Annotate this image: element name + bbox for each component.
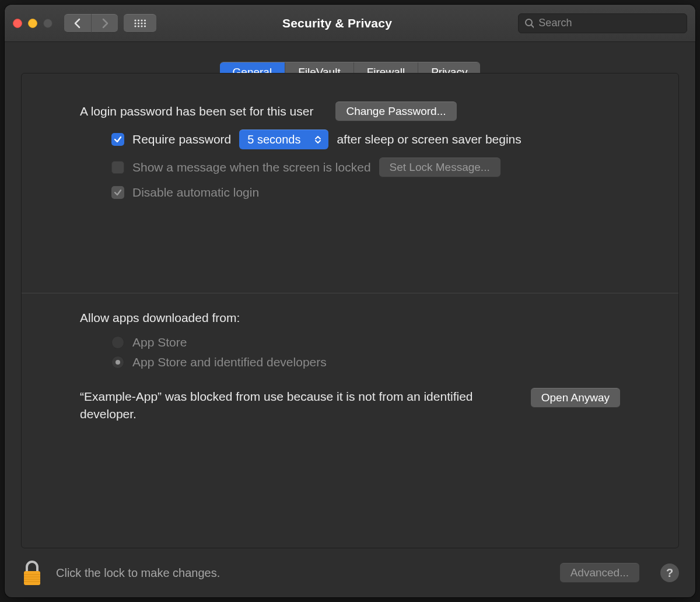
radio-app-store-label: App Store	[132, 335, 187, 349]
general-panel: A login password has been set for this u…	[21, 73, 679, 548]
svg-point-2	[141, 19, 142, 21]
set-lock-message-button: Set Lock Message...	[379, 158, 501, 177]
disable-auto-login-label: Disable automatic login	[132, 186, 259, 200]
search-input[interactable]	[538, 17, 681, 29]
updown-caret-icon	[312, 136, 324, 144]
svg-line-13	[531, 25, 534, 28]
svg-rect-14	[24, 571, 40, 585]
chevron-left-icon	[74, 18, 82, 29]
close-button[interactable]	[13, 19, 22, 28]
svg-point-9	[138, 25, 139, 27]
search-field[interactable]	[518, 13, 687, 33]
minimize-button[interactable]	[28, 19, 37, 28]
change-password-button[interactable]: Change Password...	[335, 102, 456, 121]
show-lock-message-checkbox	[111, 161, 124, 174]
check-icon	[114, 188, 122, 197]
grid-icon	[134, 19, 146, 28]
search-icon	[524, 18, 534, 29]
login-password-status: A login password has been set for this u…	[80, 104, 313, 118]
require-password-delay-value: 5 seconds	[247, 133, 300, 146]
chevron-right-icon	[101, 18, 109, 29]
blocked-app-message: “Example-App” was blocked from use becau…	[80, 388, 508, 424]
allow-apps-title: Allow apps downloaded from:	[80, 311, 620, 325]
toolbar: Security & Privacy	[5, 5, 695, 42]
section-divider	[22, 293, 678, 293]
lock-hint-text: Click the lock to make changes.	[56, 566, 547, 580]
require-password-delay-select[interactable]: 5 seconds	[239, 130, 328, 149]
window-title: Security & Privacy	[162, 16, 512, 30]
back-button[interactable]	[64, 14, 91, 33]
check-icon	[114, 135, 122, 144]
forward-button	[91, 14, 118, 33]
require-password-label: Require password	[132, 132, 231, 146]
svg-point-6	[141, 22, 142, 24]
svg-point-8	[134, 25, 136, 27]
show-all-button[interactable]	[124, 14, 156, 33]
radio-identified-developers-label: App Store and identified developers	[132, 355, 327, 369]
help-button[interactable]: ?	[660, 564, 679, 582]
disable-auto-login-checkbox	[111, 186, 124, 199]
require-password-checkbox[interactable]	[111, 133, 124, 146]
require-password-suffix: after sleep or screen saver begins	[337, 132, 521, 146]
svg-point-10	[141, 25, 142, 27]
zoom-button	[43, 19, 52, 28]
radio-app-store	[111, 336, 124, 349]
show-lock-message-label: Show a message when the screen is locked	[132, 160, 371, 174]
nav-group	[64, 14, 118, 33]
svg-point-3	[144, 19, 146, 21]
window-controls	[13, 19, 52, 28]
svg-point-1	[138, 19, 139, 21]
preferences-window: Security & Privacy General FileVault Fir…	[5, 5, 695, 597]
footer: Click the lock to make changes. Advanced…	[5, 548, 695, 597]
lock-icon[interactable]	[21, 559, 43, 586]
svg-point-7	[144, 22, 146, 24]
svg-point-0	[134, 19, 136, 21]
advanced-button: Advanced...	[560, 563, 639, 583]
open-anyway-button[interactable]: Open Anyway	[531, 388, 620, 408]
svg-point-4	[134, 22, 136, 24]
radio-identified-developers	[111, 356, 124, 369]
svg-point-5	[138, 22, 139, 24]
svg-point-11	[144, 25, 146, 27]
